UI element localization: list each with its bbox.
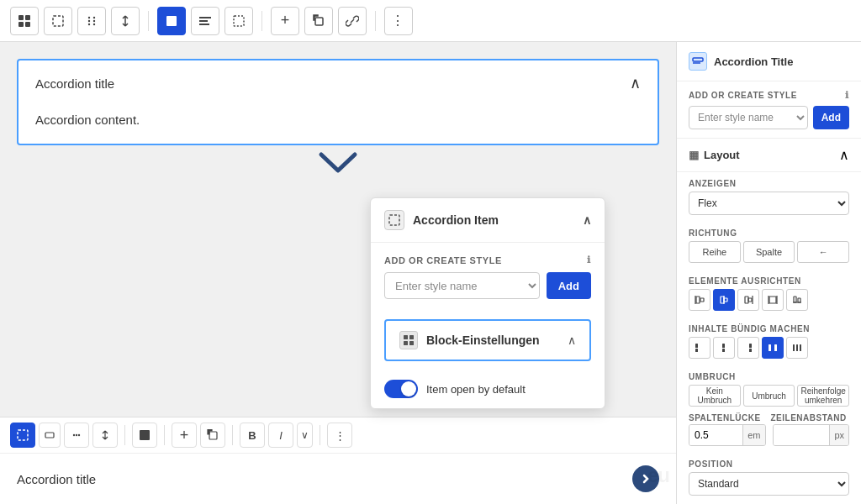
ft-italic-btn[interactable]: I: [268, 423, 293, 448]
rp-kein-umbruch[interactable]: Kein Umbruch: [689, 385, 741, 407]
svg-rect-20: [404, 341, 408, 345]
rp-style-info-icon[interactable]: ℹ: [845, 90, 849, 101]
ft-separator-3: [232, 425, 233, 445]
rp-position-select[interactable]: Standard: [689, 472, 849, 496]
rp-zeilenabstand-field[interactable]: [774, 425, 830, 445]
svg-rect-47: [695, 349, 698, 352]
popup-style-label: ADD OR CREATE STYLE ℹ: [384, 255, 591, 265]
svg-rect-56: [800, 344, 801, 351]
dot-grid-button[interactable]: [224, 7, 253, 35]
ft-duplicate-btn[interactable]: [200, 423, 225, 448]
watermark: eu: [647, 464, 669, 487]
rp-richtung-reverse[interactable]: ←: [797, 241, 849, 263]
svg-rect-23: [45, 433, 54, 438]
svg-rect-39: [748, 298, 752, 302]
ft-select-btn[interactable]: [10, 423, 35, 448]
ft-separator-2: [164, 425, 165, 445]
svg-point-25: [76, 434, 77, 436]
rp-add-style-button[interactable]: Add: [813, 106, 849, 129]
svg-rect-44: [794, 297, 796, 302]
drag-button[interactable]: [77, 7, 106, 35]
link-button[interactable]: [338, 7, 367, 35]
popup-style-select[interactable]: Enter style name: [384, 272, 540, 299]
select-button[interactable]: [44, 7, 72, 35]
rp-content-center[interactable]: [713, 337, 735, 359]
toolbar-separator-2: [261, 11, 262, 31]
grid-view-button[interactable]: [10, 7, 39, 35]
more-options-button[interactable]: ⋮: [384, 7, 413, 35]
rp-layout-icon: ▦: [689, 149, 699, 161]
ft-link-btn[interactable]: [39, 423, 61, 448]
rp-align-end[interactable]: [737, 289, 759, 311]
popup-add-style-button[interactable]: Add: [547, 272, 591, 299]
top-toolbar: + ⋮: [0, 0, 861, 42]
accordion-chevron-up-icon[interactable]: ∧: [630, 74, 641, 92]
popup-panel: Accordion Item ∧ ADD OR CREATE STYLE ℹ E…: [370, 197, 605, 409]
rp-layout-chevron-icon[interactable]: ∧: [839, 147, 849, 163]
rp-content-around[interactable]: [786, 337, 808, 359]
svg-rect-16: [315, 18, 323, 25]
block-settings-chevron-icon[interactable]: ∧: [568, 333, 576, 347]
ft-block-btn[interactable]: [132, 423, 157, 448]
style-info-icon[interactable]: ℹ: [587, 255, 591, 265]
accordion-block[interactable]: Accordion title ∧ Accordion content.: [17, 59, 659, 145]
ft-more-btn[interactable]: ⋮: [327, 423, 352, 448]
bottom-accordion-item[interactable]: Accordion title: [0, 454, 676, 504]
add-block-button[interactable]: +: [271, 7, 299, 35]
rp-align-baseline[interactable]: [786, 289, 808, 311]
rp-position-label: POSITION: [677, 453, 861, 469]
block-settings-header[interactable]: Block-Einstellungen ∧: [384, 319, 591, 361]
svg-rect-0: [18, 15, 24, 20]
right-panel: Accordion Title ADD OR CREATE STYLE ℹ En…: [676, 42, 861, 504]
svg-rect-21: [409, 341, 414, 345]
rp-reihenfolge[interactable]: Reihenfolge umkehren: [797, 385, 849, 407]
rp-layout-header[interactable]: ▦ Layout ∧: [677, 139, 861, 172]
rp-align-center[interactable]: [713, 289, 735, 311]
svg-rect-46: [695, 344, 698, 348]
rp-richtung-spalte[interactable]: Spalte: [743, 241, 795, 263]
rp-top: Accordion Title: [677, 42, 861, 81]
ft-format-dropdown-btn[interactable]: ∨: [297, 423, 313, 448]
block-settings-body: Item open by default: [371, 370, 605, 408]
bottom-accordion-title: Accordion title: [17, 472, 96, 486]
item-open-toggle[interactable]: [384, 380, 418, 398]
popup-style-row: Enter style name Add: [384, 272, 591, 299]
accordion-header[interactable]: Accordion title ∧: [18, 60, 658, 106]
rp-style-select[interactable]: Enter style name: [689, 106, 808, 129]
duplicate-button[interactable]: [304, 7, 333, 35]
move-arrows-button[interactable]: [111, 7, 140, 35]
block-button[interactable]: [157, 7, 186, 35]
rp-richtung-reihe[interactable]: Reihe: [689, 241, 741, 263]
rp-style-row: Enter style name Add: [689, 106, 849, 129]
ft-bold-btn[interactable]: B: [240, 423, 265, 448]
rp-spaltenlucke-label: SPALTENLÜCKE: [689, 413, 768, 423]
svg-rect-50: [749, 344, 752, 348]
ft-dots-btn[interactable]: [64, 423, 89, 448]
rp-panel-title: Accordion Title: [714, 55, 793, 68]
popup-chevron-up-icon[interactable]: ∧: [583, 213, 591, 227]
svg-rect-14: [199, 24, 209, 25]
ft-add-btn[interactable]: +: [172, 423, 197, 448]
svg-point-10: [93, 23, 95, 24]
svg-rect-12: [199, 17, 211, 18]
svg-rect-1: [25, 15, 30, 20]
svg-rect-27: [140, 430, 150, 440]
rp-align-stretch[interactable]: [762, 289, 784, 311]
rp-align-start[interactable]: [689, 289, 710, 311]
rp-content-start[interactable]: [689, 337, 710, 359]
rp-content-end[interactable]: [737, 337, 759, 359]
ft-arrows-btn[interactable]: [92, 423, 118, 448]
rp-spaltenlucke-field[interactable]: [689, 425, 742, 445]
rp-anzeigen-select[interactable]: Flex: [689, 192, 849, 215]
rp-content-between[interactable]: [762, 337, 784, 359]
svg-point-26: [78, 434, 80, 436]
svg-rect-2: [18, 22, 24, 27]
svg-rect-33: [700, 298, 704, 302]
align-button[interactable]: [191, 7, 219, 35]
svg-rect-15: [234, 16, 244, 26]
bottom-accordion-toolbar: + B I ∨ ⋮: [0, 417, 676, 454]
rp-umbruch[interactable]: Umbruch: [743, 385, 795, 407]
svg-rect-49: [722, 349, 725, 352]
svg-point-7: [88, 19, 90, 21]
svg-point-6: [93, 16, 95, 18]
